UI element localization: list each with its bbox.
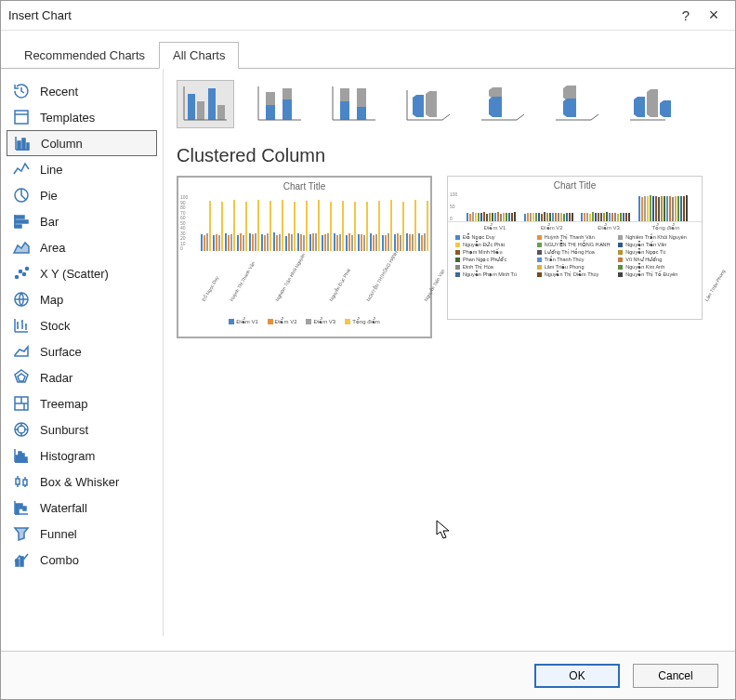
sidebar-item-label: Treemap <box>40 397 88 411</box>
histogram-icon <box>12 446 31 465</box>
svg-point-13 <box>23 273 26 276</box>
subtype-stacked-column[interactable] <box>251 80 309 128</box>
sidebar-item-treemap[interactable]: Treemap <box>7 390 157 416</box>
preview-2-title: Chart Title <box>448 177 702 194</box>
svg-point-20 <box>18 426 25 433</box>
svg-rect-40 <box>266 92 275 105</box>
svg-rect-43 <box>283 99 292 120</box>
svg-rect-8 <box>15 216 24 218</box>
sidebar-item-stock[interactable]: Stock <box>7 312 157 338</box>
subtype-3d-column[interactable] <box>623 80 680 128</box>
funnel-icon <box>12 524 31 543</box>
surface-icon <box>12 342 31 361</box>
preview-1-title: Chart Title <box>178 178 430 195</box>
svg-rect-49 <box>357 107 366 120</box>
ok-button[interactable]: OK <box>534 664 620 688</box>
sidebar-item-bar[interactable]: Bar <box>7 208 157 234</box>
preview-1-categories: Đỗ Ngọc DuyHuỳnh Thị Thanh VânNghiêm Trầ… <box>178 251 430 316</box>
svg-point-11 <box>16 276 19 279</box>
svg-rect-5 <box>27 143 29 150</box>
stock-icon <box>12 316 31 335</box>
svg-rect-41 <box>266 105 275 120</box>
svg-rect-26 <box>24 457 27 462</box>
preview-2[interactable]: Chart Title 100500 Điểm V1Điểm V2Điểm V3… <box>447 176 703 320</box>
svg-rect-3 <box>18 141 20 150</box>
tab-strip: Recommended Charts All Charts <box>1 31 735 69</box>
sidebar-item-sunburst[interactable]: Sunburst <box>7 416 157 442</box>
svg-rect-30 <box>20 504 22 508</box>
cancel-button[interactable]: Cancel <box>633 664 718 688</box>
sidebar-item-label: Line <box>40 163 63 177</box>
subtype-3d-100stacked[interactable] <box>548 80 606 128</box>
sidebar-item-templates[interactable]: Templates <box>7 104 157 130</box>
sidebar-item-surface[interactable]: Surface <box>7 338 157 364</box>
sidebar-item-label: Radar <box>40 371 72 385</box>
subtype-clustered-column[interactable] <box>177 80 234 128</box>
sidebar-item-label: Surface <box>40 345 82 359</box>
chart-type-list: RecentTemplatesColumnLinePieBarAreaX Y (… <box>1 69 164 636</box>
sidebar-item-label: Recent <box>40 85 78 99</box>
sidebar-item-x-y-scatter-[interactable]: X Y (Scatter) <box>7 260 157 286</box>
pie-icon <box>12 186 31 205</box>
templates-icon <box>12 108 31 126</box>
svg-line-58 <box>591 114 598 120</box>
sidebar-item-pie[interactable]: Pie <box>7 182 157 208</box>
subtype-3d-clustered[interactable] <box>400 80 457 128</box>
sidebar-item-label: Area <box>40 241 65 255</box>
titlebar: Insert Chart ? × <box>1 1 735 31</box>
preview-2-bars: 100500 <box>448 194 702 222</box>
svg-line-56 <box>517 114 524 120</box>
svg-rect-4 <box>22 139 25 150</box>
sidebar-item-label: Sunburst <box>40 423 88 437</box>
sidebar-item-area[interactable]: Area <box>7 234 157 260</box>
sidebar-item-label: Column <box>41 137 83 151</box>
subtype-100stacked-column[interactable] <box>325 80 383 128</box>
chart-type-heading: Clustered Column <box>177 145 722 166</box>
map-icon <box>12 290 31 309</box>
dialog-title: Insert Chart <box>8 8 672 22</box>
treemap-icon <box>12 394 31 413</box>
sidebar-item-label: Map <box>40 293 63 307</box>
recent-icon <box>12 82 31 100</box>
help-button[interactable]: ? <box>672 7 700 23</box>
preview-1[interactable]: Chart Title 1009080706050403020100 Đỗ Ng… <box>177 176 432 338</box>
sidebar-item-box-whisker[interactable]: Box & Whisker <box>7 469 157 495</box>
svg-rect-31 <box>23 507 26 510</box>
svg-point-14 <box>26 268 29 271</box>
sidebar-item-line[interactable]: Line <box>7 156 157 182</box>
sidebar-item-waterfall[interactable]: Waterfall <box>7 495 157 521</box>
preview-2-groups: Điểm V1Điểm V2Điểm V3Tổng điểm <box>448 222 702 231</box>
svg-rect-37 <box>217 105 225 120</box>
sidebar-item-map[interactable]: Map <box>7 286 157 312</box>
sidebar-item-label: X Y (Scatter) <box>40 267 109 281</box>
area-icon <box>12 238 31 257</box>
svg-rect-42 <box>283 88 292 99</box>
sidebar-item-combo[interactable]: Combo <box>7 547 157 573</box>
waterfall-icon <box>12 498 31 517</box>
preview-1-legend: Điểm V1Điểm V2Điểm V3Tổng điểm <box>178 316 430 326</box>
combo-icon <box>12 550 31 569</box>
sidebar-item-funnel[interactable]: Funnel <box>7 521 157 547</box>
sunburst-icon <box>12 420 31 439</box>
preview-1-bars: 1009080706050403020100 <box>178 195 430 251</box>
subtype-3d-stacked[interactable] <box>474 80 532 128</box>
svg-rect-36 <box>208 88 216 120</box>
main-panel: Clustered Column Chart Title 10090807060… <box>164 69 735 636</box>
sidebar-item-radar[interactable]: Radar <box>7 364 157 390</box>
sidebar-item-label: Waterfall <box>40 501 87 515</box>
tab-recommended[interactable]: Recommended Charts <box>10 42 159 69</box>
x-y-scatter--icon <box>12 264 31 283</box>
close-button[interactable]: × <box>700 6 728 25</box>
svg-rect-29 <box>16 504 19 514</box>
sidebar-item-label: Bar <box>40 215 59 229</box>
sidebar-item-histogram[interactable]: Histogram <box>7 442 157 469</box>
svg-rect-47 <box>340 101 349 120</box>
sidebar-item-column[interactable]: Column <box>7 130 157 156</box>
svg-rect-34 <box>188 94 195 120</box>
footer: OK Cancel <box>1 651 735 699</box>
sidebar-item-recent[interactable]: Recent <box>7 78 157 104</box>
sidebar-item-label: Histogram <box>40 449 95 463</box>
svg-rect-48 <box>357 88 366 107</box>
tab-all-charts[interactable]: All Charts <box>159 42 239 69</box>
subtype-row <box>177 80 722 128</box>
